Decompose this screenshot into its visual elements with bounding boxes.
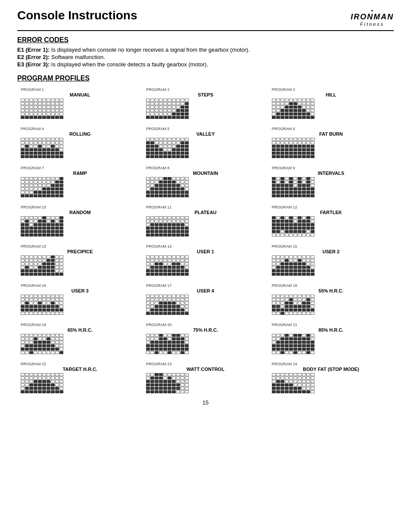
- bar-cell: [29, 109, 33, 112]
- bar-cell: [25, 194, 29, 197]
- program-label-13: PROGRAM 13: [21, 244, 139, 249]
- bar-cell: [311, 344, 314, 347]
- bar-cell: [293, 298, 297, 301]
- bar-chart-23: [146, 373, 265, 393]
- bar-cell: [176, 155, 180, 158]
- bar-row-20-4: [146, 348, 265, 351]
- bar-cell: [293, 220, 297, 223]
- bar-cell: [163, 383, 167, 386]
- bar-cell: [38, 262, 42, 265]
- bar-cell: [185, 99, 189, 102]
- bar-cell: [29, 298, 33, 301]
- bar-cell: [293, 351, 297, 354]
- bar-cell: [34, 155, 37, 158]
- program-name-22: TARGET H.R.C.: [21, 367, 139, 372]
- bar-cell: [302, 102, 306, 105]
- bar-cell: [181, 344, 184, 347]
- bar-cell: [185, 348, 189, 351]
- bar-cell: [302, 233, 306, 236]
- bar-cell: [172, 216, 176, 219]
- bar-cell: [47, 334, 50, 337]
- bar-chart-20: [146, 334, 265, 354]
- bar-chart-9: [272, 177, 390, 197]
- bar-cell: [311, 145, 314, 148]
- bar-row-9-3: [272, 187, 390, 190]
- bar-cell: [168, 266, 171, 269]
- bar-cell: [38, 312, 42, 315]
- bar-cell: [25, 259, 29, 262]
- bar-cell: [59, 380, 63, 383]
- bar-row-6-5: [272, 155, 390, 158]
- bar-cell: [155, 308, 159, 311]
- bar-cell: [42, 180, 46, 184]
- bar-cell: [306, 334, 310, 337]
- bar-cell: [25, 180, 29, 184]
- bar-cell: [55, 141, 59, 144]
- bar-cell: [306, 373, 310, 376]
- bar-cell: [163, 305, 167, 308]
- bar-cell: [38, 145, 42, 148]
- bar-row-9-2: [272, 184, 390, 187]
- bar-cell: [155, 351, 159, 354]
- bar-cell: [42, 344, 46, 347]
- bar-cell: [155, 191, 159, 194]
- bar-row-11-5: [146, 233, 265, 236]
- program-name-15: USER 2: [272, 249, 390, 254]
- bar-row-9-0: [272, 177, 390, 180]
- bar-cell: [163, 273, 167, 276]
- bar-cell: [25, 177, 29, 180]
- bar-cell: [280, 376, 284, 380]
- bar-cell: [298, 145, 302, 148]
- bar-cell: [34, 383, 37, 386]
- bar-cell: [176, 255, 180, 258]
- bar-cell: [293, 312, 297, 315]
- bar-cell: [272, 334, 276, 337]
- bar-cell: [181, 106, 184, 109]
- bar-cell: [272, 390, 276, 393]
- bar-cell: [29, 269, 33, 272]
- bar-cell: [146, 341, 150, 344]
- bar-cell: [47, 337, 50, 340]
- bar-cell: [185, 180, 189, 184]
- bar-cell: [42, 148, 46, 151]
- bar-cell: [172, 259, 176, 262]
- bar-row-23-5: [146, 390, 265, 393]
- bar-cell: [29, 138, 33, 141]
- bar-cell: [38, 308, 42, 311]
- bar-cell: [302, 308, 306, 311]
- bar-cell: [272, 180, 276, 184]
- bar-cell: [280, 102, 284, 105]
- program-label-17: PROGRAM 17: [146, 283, 265, 288]
- bar-cell: [29, 390, 33, 393]
- bar-cell: [150, 259, 154, 262]
- bar-cell: [146, 337, 150, 340]
- bar-cell: [42, 273, 46, 276]
- bar-cell: [276, 155, 280, 158]
- bar-cell: [293, 259, 297, 262]
- bar-cell: [29, 383, 33, 386]
- bar-cell: [163, 351, 167, 354]
- program-name-5: VALLEY: [146, 131, 265, 137]
- bar-cell: [38, 152, 42, 155]
- bar-cell: [181, 191, 184, 194]
- bar-cell: [47, 155, 50, 158]
- bar-cell: [276, 116, 280, 119]
- bar-cell: [289, 298, 293, 301]
- bar-cell: [34, 191, 37, 194]
- program-cell-22: PROGRAM 22TARGET H.R.C.: [17, 360, 143, 395]
- bar-cell: [280, 259, 284, 262]
- bar-row-5-4: [146, 152, 265, 155]
- bar-cell: [311, 387, 314, 390]
- program-name-8: MOUNTAIN: [146, 171, 265, 176]
- bar-cell: [51, 373, 55, 376]
- bar-cell: [272, 191, 276, 194]
- program-cell-2: PROGRAM 2STEPS: [143, 86, 268, 121]
- bar-cell: [150, 155, 154, 158]
- bar-cell: [176, 116, 180, 119]
- bar-cell: [146, 230, 150, 233]
- bar-cell: [293, 348, 297, 351]
- bar-cell: [302, 348, 306, 351]
- bar-cell: [59, 298, 63, 301]
- bar-cell: [55, 230, 59, 233]
- bar-row-4-3: [21, 148, 139, 151]
